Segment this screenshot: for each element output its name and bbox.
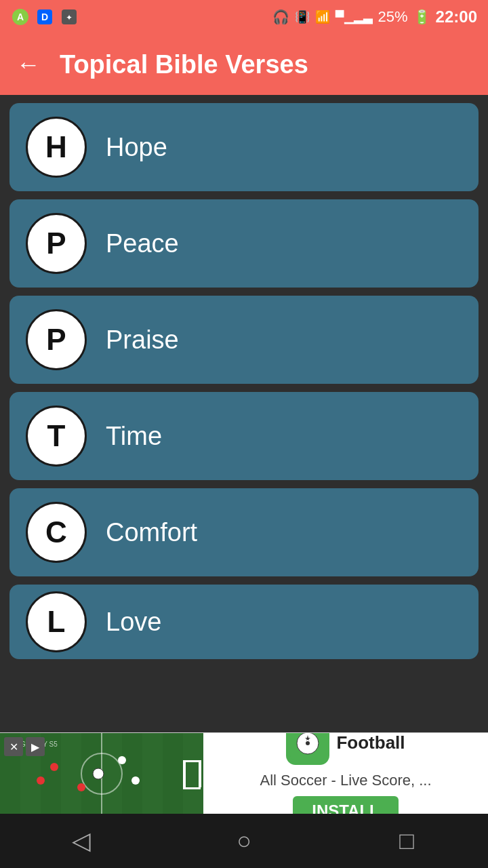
svg-point-18 (37, 776, 45, 785)
app-icon: ✦ (60, 7, 79, 26)
battery-icon: 🔋 (413, 9, 430, 25)
svg-text:A: A (17, 12, 24, 22)
signal-icon: ▀▁▂▃ (336, 9, 373, 24)
list-item[interactable]: T Time (9, 392, 479, 480)
list-item[interactable]: H Hope (9, 103, 479, 191)
svg-text:✦: ✦ (66, 13, 73, 22)
ad-banner: ✕ ▶ (0, 732, 488, 814)
svg-text:D: D (41, 12, 48, 22)
battery-percent: 25% (378, 8, 408, 26)
ad-close-button[interactable]: ✕ (4, 737, 23, 756)
clock: 22:00 (436, 7, 477, 26)
android-icon: A (11, 7, 30, 26)
item-label: Peace (106, 229, 179, 258)
status-bar: A D ✦ 🎧 📳 📶 ▀▁▂▃ 25% 🔋 22:00 (0, 0, 488, 34)
letter-badge: H (26, 117, 87, 178)
svg-rect-21 (183, 760, 201, 762)
nav-recent-button[interactable]: □ (380, 814, 434, 868)
svg-rect-23 (199, 760, 201, 787)
status-left-icons: A D ✦ (11, 7, 79, 26)
letter-badge: P (26, 309, 87, 370)
list-item[interactable]: C Comfort (9, 488, 479, 576)
nav-back-icon: ◁ (72, 827, 91, 855)
vibrate-icon: 📳 (295, 9, 310, 24)
nav-back-button[interactable]: ◁ (54, 814, 108, 868)
ad-forward-button[interactable]: ▶ (26, 737, 45, 756)
list-item[interactable]: L Love (9, 585, 479, 659)
page-title: Topical Bible Verses (60, 50, 308, 79)
topic-list: H Hope P Peace P Praise T Time C Comfort… (0, 95, 488, 667)
svg-rect-22 (183, 787, 201, 789)
svg-rect-20 (183, 760, 186, 787)
svg-point-19 (93, 768, 104, 779)
svg-point-16 (77, 783, 85, 791)
item-label: Praise (106, 326, 179, 355)
letter-badge: T (26, 406, 87, 467)
svg-rect-10 (122, 733, 142, 814)
item-label: Love (106, 608, 161, 637)
letter-badge: C (26, 502, 87, 563)
list-item[interactable]: P Peace (9, 199, 479, 288)
item-label: Time (106, 422, 162, 451)
headphone-icon: 🎧 (272, 9, 289, 25)
list-item[interactable]: P Praise (9, 296, 479, 384)
navigation-bar: ◁ ○ □ (0, 814, 488, 868)
ad-app-info: Football (286, 732, 405, 765)
status-right-info: 🎧 📳 📶 ▀▁▂▃ 25% 🔋 22:00 (272, 7, 477, 26)
letter-badge: L (26, 591, 87, 652)
svg-rect-11 (163, 733, 183, 814)
ad-description: All Soccer - Live Score, ... (260, 772, 431, 789)
item-label: Comfort (106, 518, 197, 547)
ad-close-controls: ✕ ▶ (4, 737, 45, 756)
nav-home-icon: ○ (237, 827, 251, 855)
nav-recent-icon: □ (399, 827, 414, 855)
back-button[interactable]: ← (16, 52, 41, 77)
ad-app-icon (286, 732, 329, 765)
svg-point-28 (306, 741, 310, 745)
nav-home-button[interactable]: ○ (217, 814, 271, 868)
dropbox-icon: D (35, 7, 54, 26)
ad-install-button[interactable]: INSTALL (293, 796, 399, 814)
svg-point-14 (50, 763, 58, 771)
header: ← Topical Bible Verses (0, 34, 488, 95)
wifi-icon: 📶 (315, 9, 330, 24)
ad-app-name: Football (336, 732, 405, 753)
svg-point-15 (131, 776, 140, 785)
item-label: Hope (106, 133, 167, 162)
svg-point-17 (118, 756, 126, 764)
letter-badge: P (26, 213, 87, 274)
ad-content: Football All Soccer - Live Score, ... IN… (203, 732, 488, 814)
